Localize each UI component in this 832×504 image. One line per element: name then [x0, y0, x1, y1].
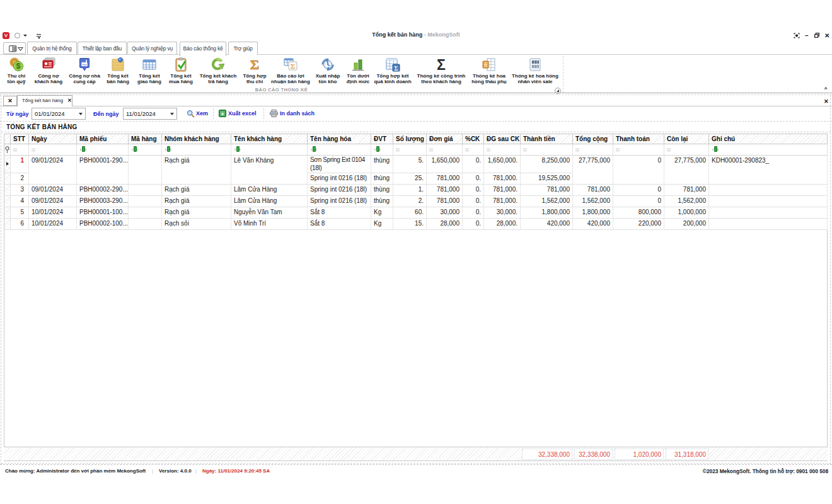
svg-text:x: x — [221, 111, 224, 117]
svg-text:$: $ — [16, 62, 21, 71]
svg-text:Σ: Σ — [394, 65, 398, 72]
svg-text:Σ: Σ — [250, 57, 259, 72]
svg-text:Σ: Σ — [291, 62, 295, 70]
svg-text:Σ: Σ — [437, 57, 446, 72]
